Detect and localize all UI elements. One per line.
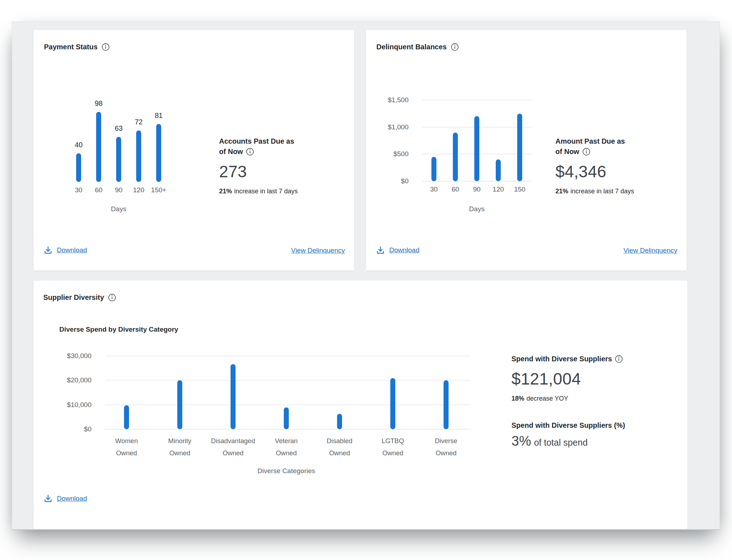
info-icon[interactable] <box>108 293 116 302</box>
x-axis-tick: 30 <box>430 185 437 193</box>
chart-subtitle: Diverse Spend by Diversity Category <box>59 326 178 333</box>
bar-value-label: 98 <box>95 99 103 108</box>
supplier-diversity-card: Supplier Diversity Diverse Spend by Dive… <box>34 281 687 529</box>
stat2-value-line: 3%of total spend <box>511 433 662 449</box>
x-axis-tick: 60 <box>451 185 459 193</box>
download-icon <box>43 494 53 503</box>
delinquent-balances-chart: $1,500$1,000$500$0306090120150 <box>422 100 532 181</box>
stat2-heading: Spend with Diverse Suppliers (%) <box>511 420 662 431</box>
bar-women-owned <box>124 405 129 429</box>
download-icon <box>43 245 53 255</box>
bar-lgtbq-owned <box>390 378 395 429</box>
diverse-spend-stat: Spend with Diverse Suppliers $121,004 18… <box>511 354 662 449</box>
bar-value-label: 81 <box>155 111 163 120</box>
dashboard-sheet: Payment Status 4030986063907212081150+ D… <box>12 21 720 530</box>
info-icon[interactable] <box>582 148 590 156</box>
y-axis-tick: $10,000 <box>67 401 92 409</box>
bar-disadvantaged-owned <box>231 364 236 429</box>
x-axis-tick: 120 <box>133 186 144 194</box>
bar-120 <box>136 130 141 182</box>
x-axis-title: Days <box>79 205 158 213</box>
gridline <box>105 356 470 356</box>
bar-60 <box>453 133 458 181</box>
info-icon[interactable] <box>102 43 110 51</box>
download-button[interactable]: Download <box>376 245 420 255</box>
x-axis-tick: Diverse Owned <box>414 435 478 459</box>
info-icon[interactable] <box>246 148 254 156</box>
accounts-past-due-stat: Accounts Past Due as of Now 273 21%incre… <box>219 136 308 195</box>
gridline <box>105 429 470 430</box>
y-axis-tick: $0 <box>401 177 409 185</box>
gridline <box>105 405 470 405</box>
diverse-spend-chart: $30,000$20,000$10,000$0Women OwnedMinori… <box>105 356 470 429</box>
x-axis-tick: 150 <box>514 185 525 193</box>
y-axis-tick: $1,000 <box>388 123 409 131</box>
stat-value: $121,004 <box>511 369 662 388</box>
y-axis-tick: $30,000 <box>67 352 92 360</box>
download-button[interactable]: Download <box>43 245 87 255</box>
x-axis-tick: 150+ <box>151 186 167 194</box>
card-title-row: Delinquent Balances <box>376 43 459 51</box>
bar-150 <box>517 114 522 181</box>
gridline <box>422 100 532 100</box>
stat-heading: Amount Past Due as of Now <box>555 136 645 157</box>
bar-veteran-owned <box>284 407 289 429</box>
bar-value-label: 72 <box>135 118 143 126</box>
bar-value-label: 40 <box>75 141 83 149</box>
delinquent-balances-card: Delinquent Balances $1,500$1,000$500$030… <box>366 30 687 271</box>
bar-90 <box>116 137 121 182</box>
bar-30 <box>76 153 81 182</box>
y-axis-tick: $1,500 <box>388 96 409 104</box>
x-axis-tick: 90 <box>473 185 480 193</box>
download-icon <box>376 245 385 255</box>
bar-diverse-owned <box>444 380 449 429</box>
x-axis-tick: 30 <box>75 186 82 194</box>
stat-heading: Accounts Past Due as of Now <box>219 136 308 157</box>
card-title-row: Payment Status <box>44 43 110 51</box>
info-icon[interactable] <box>615 355 623 363</box>
stat-delta: 18%decrease YOY <box>511 395 662 402</box>
supplier-diversity-title: Supplier Diversity <box>43 293 104 302</box>
payment-status-chart: 4030986063907212081150+ <box>68 96 172 182</box>
gridline <box>105 380 470 381</box>
payment-status-title: Payment Status <box>44 43 98 51</box>
info-icon[interactable] <box>451 43 459 51</box>
y-axis-tick: $20,000 <box>67 376 92 384</box>
view-delinquency-link[interactable]: View Delinquency <box>291 247 345 254</box>
x-axis-tick: 90 <box>115 186 122 194</box>
x-axis-tick: 60 <box>95 186 102 194</box>
bar-disabled-owned <box>337 414 342 429</box>
download-button[interactable]: Download <box>43 494 87 503</box>
delinquent-balances-title: Delinquent Balances <box>376 43 447 51</box>
x-axis-title: Days <box>437 205 516 213</box>
bar-60 <box>96 112 101 182</box>
bar-value-label: 63 <box>115 124 123 133</box>
stat-value: 273 <box>219 162 308 181</box>
stat-delta: 21%increase in last 7 days <box>555 188 645 195</box>
payment-status-card: Payment Status 4030986063907212081150+ D… <box>34 30 354 271</box>
x-axis-tick: 120 <box>493 185 504 193</box>
dashboard: Payment Status 4030986063907212081150+ D… <box>0 0 732 560</box>
x-axis-title: Diverse Categories <box>247 467 326 475</box>
amount-past-due-stat: Amount Past Due as of Now $4,346 21%incr… <box>555 136 645 195</box>
stat-delta: 21%increase in last 7 days <box>219 188 308 195</box>
card-title-row: Supplier Diversity <box>43 293 116 302</box>
bar-90 <box>474 116 479 181</box>
bar-150- <box>156 124 161 182</box>
stat-value: $4,346 <box>555 162 645 181</box>
bar-minority-owned <box>177 380 182 429</box>
bar-30 <box>431 157 436 181</box>
view-delinquency-link[interactable]: View Delinquency <box>623 247 677 254</box>
stat2-value: 3% <box>511 433 531 449</box>
y-axis-tick: $500 <box>394 150 409 158</box>
bar-120 <box>496 159 501 181</box>
y-axis-tick: $0 <box>84 425 92 433</box>
stat-heading: Spend with Diverse Suppliers <box>511 354 662 364</box>
